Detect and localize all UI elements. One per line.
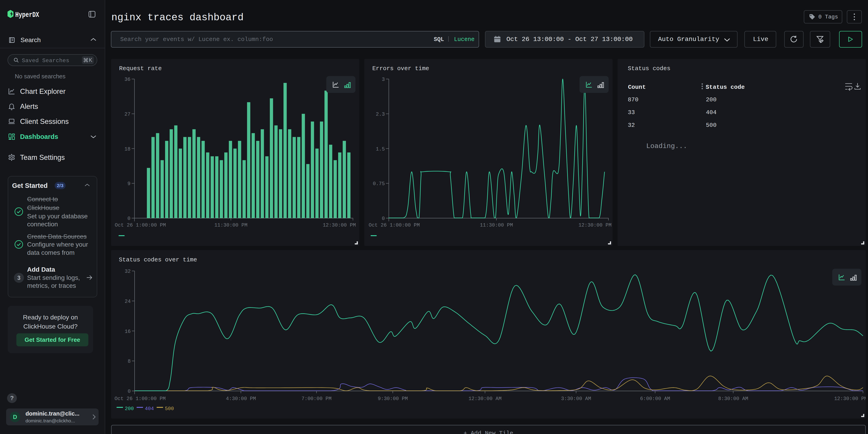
svg-text:18: 18 (125, 147, 130, 152)
svg-text:11:30:00 PM: 11:30:00 PM (480, 222, 513, 228)
svg-text:33: 33 (628, 109, 635, 116)
svg-text:16: 16 (125, 329, 131, 335)
svg-text:404: 404 (706, 109, 717, 116)
svg-text:0: 0 (382, 216, 385, 222)
svg-text:Count: Count (628, 84, 646, 91)
svg-text:1.5: 1.5 (376, 147, 385, 152)
svg-text:500: 500 (706, 122, 717, 129)
svg-text:12:30:00 AM: 12:30:00 AM (468, 396, 501, 402)
svg-text:0.75: 0.75 (373, 181, 385, 187)
svg-text:500: 500 (165, 406, 174, 412)
svg-text:9: 9 (127, 181, 130, 187)
svg-text:36: 36 (125, 77, 130, 83)
svg-text:32: 32 (628, 122, 635, 129)
svg-text:Oct 26 1:00:00 PM: Oct 26 1:00:00 PM (369, 222, 420, 228)
svg-text:Oct 26 1:00:00 PM: Oct 26 1:00:00 PM (115, 396, 165, 402)
svg-text:3:30:00 AM: 3:30:00 AM (561, 396, 591, 402)
svg-text:32: 32 (125, 269, 131, 274)
svg-text:7:00:00 PM: 7:00:00 PM (302, 396, 332, 402)
svg-text:Oct 26 1:00:00 PM: Oct 26 1:00:00 PM (115, 222, 166, 228)
svg-text:8:30:00 AM: 8:30:00 AM (718, 396, 748, 402)
svg-text:9:30:00 PM: 9:30:00 PM (378, 396, 408, 402)
svg-text:Loading...: Loading... (646, 142, 687, 150)
svg-text:870: 870 (628, 96, 639, 103)
svg-text:12:30:00 PM: 12:30:00 PM (834, 396, 866, 402)
svg-text:200: 200 (125, 406, 134, 412)
svg-text:12:30:00 PM: 12:30:00 PM (323, 222, 356, 228)
svg-text:6:00:00 AM: 6:00:00 AM (640, 396, 670, 402)
svg-text:Status code: Status code (706, 84, 745, 91)
svg-text:404: 404 (145, 406, 154, 412)
svg-text:2.3: 2.3 (376, 112, 385, 117)
svg-text:8: 8 (128, 359, 131, 364)
svg-text:27: 27 (125, 112, 130, 117)
svg-text:12:30:00 PM: 12:30:00 PM (578, 222, 611, 228)
svg-text:11:30:00 PM: 11:30:00 PM (214, 222, 247, 228)
svg-text:3: 3 (382, 77, 385, 83)
svg-text:4:30:00 PM: 4:30:00 PM (226, 396, 256, 402)
svg-text:24: 24 (125, 299, 131, 304)
svg-text:0: 0 (127, 216, 130, 222)
svg-text:0: 0 (128, 389, 131, 394)
svg-text:200: 200 (706, 96, 717, 103)
